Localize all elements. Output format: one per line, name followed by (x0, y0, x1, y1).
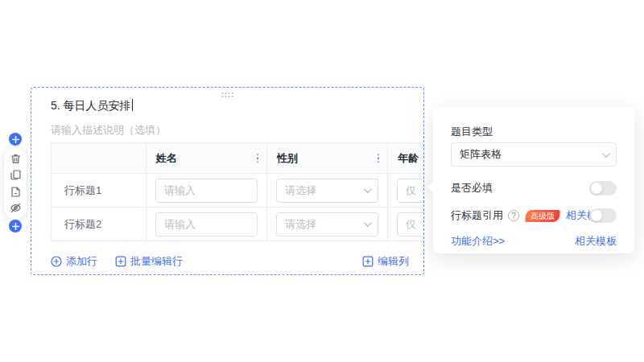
add-row-button[interactable]: 添加行 (51, 254, 97, 269)
edit-columns-button[interactable]: 编辑列 (362, 254, 409, 269)
add-question-above-button[interactable] (9, 133, 22, 146)
required-row: 是否必填 (451, 181, 617, 195)
column-menu-icon[interactable] (378, 154, 380, 163)
related-templates-link[interactable]: 相关模板 (575, 234, 617, 249)
square-plus-icon (362, 256, 374, 267)
chevron-down-icon (364, 219, 372, 227)
gender-select[interactable]: 请选择 (276, 179, 378, 203)
panel-footer-links: 功能介绍>> 相关模板 (451, 234, 617, 249)
name-input[interactable] (155, 212, 258, 237)
eye-off-icon[interactable] (10, 202, 22, 214)
row-label[interactable]: 行标题2 (52, 208, 147, 241)
batch-edit-rows-button[interactable]: 批量编辑行 (115, 254, 183, 269)
column-menu-icon[interactable] (257, 154, 259, 163)
page-icon[interactable] (10, 186, 22, 198)
feature-intro-link[interactable]: 功能介绍>> (451, 234, 505, 249)
column-header-age[interactable]: 年龄 (388, 143, 425, 174)
required-toggle[interactable] (589, 181, 617, 195)
age-input[interactable] (397, 212, 424, 237)
chevron-down-icon (602, 150, 610, 158)
text-cursor (132, 99, 133, 111)
premium-badge: 高级版 (525, 210, 560, 222)
gender-select[interactable]: 请选择 (276, 212, 378, 237)
question-title-input[interactable]: 5. 每日人员安排 (51, 97, 133, 113)
panel-arrow (427, 181, 440, 194)
table-actions: 添加行 批量编辑行 编辑列 (51, 253, 409, 269)
question-toolbar (4, 148, 27, 219)
help-icon[interactable]: ? (508, 210, 519, 221)
table-row: 行标题2 请选择 (52, 208, 425, 241)
question-type-select[interactable]: 矩阵表格 (451, 142, 617, 167)
required-label: 是否必填 (451, 181, 493, 195)
table-row: 行标题1 请选择 (52, 174, 425, 208)
add-question-below-button[interactable] (9, 220, 22, 232)
plus-icon (12, 223, 19, 230)
column-header-name[interactable]: 姓名 (147, 143, 267, 174)
question-description-input[interactable]: 请输入描述说明（选填） (51, 123, 166, 138)
form-editor-canvas: 5. 每日人员安排 请输入描述说明（选填） 姓名 性别 (0, 0, 644, 362)
name-input[interactable] (155, 179, 258, 203)
square-plus-icon (115, 256, 126, 267)
column-header-gender[interactable]: 性别 (267, 143, 388, 174)
age-input[interactable] (397, 179, 424, 203)
copy-icon[interactable] (10, 169, 22, 181)
question-card[interactable]: 5. 每日人员安排 请输入描述说明（选填） 姓名 性别 (31, 87, 424, 275)
drag-handle-icon[interactable] (221, 93, 233, 98)
table-header-row: 姓名 性别 年龄 (52, 143, 425, 174)
chevron-down-icon (364, 185, 372, 193)
row-title-reference-row: 行标题引用 ? 高级版 相关模板 (451, 208, 617, 223)
trash-icon[interactable] (10, 153, 22, 165)
plus-icon (12, 136, 19, 143)
row-title-reference-label: 行标题引用 (451, 208, 503, 223)
corner-header-cell (52, 143, 147, 174)
circle-plus-icon (51, 256, 62, 267)
question-settings-panel: 题目类型 矩阵表格 是否必填 行标题引用 ? 高级版 相关模板 功能介绍>> 相… (433, 107, 634, 253)
question-type-label: 题目类型 (451, 125, 493, 139)
row-title-reference-toggle[interactable] (589, 208, 617, 223)
row-label[interactable]: 行标题1 (52, 174, 147, 208)
matrix-table: 姓名 性别 年龄 行标题1 (51, 142, 424, 241)
question-title-text: 5. 每日人员安排 (51, 99, 131, 112)
